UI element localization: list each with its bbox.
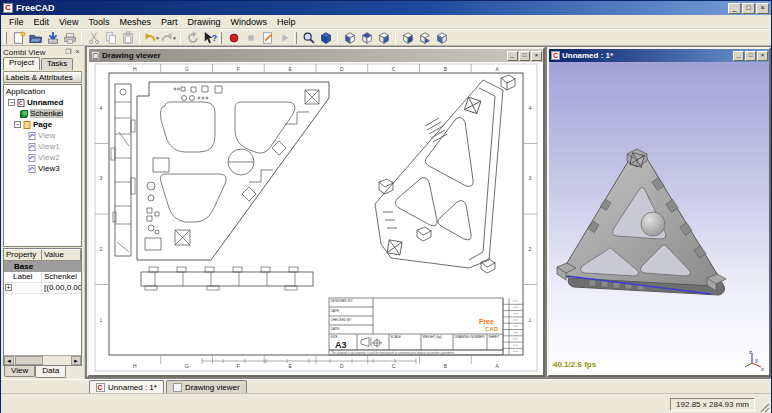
- top-view-button[interactable]: [358, 30, 375, 45]
- close-button[interactable]: ×: [756, 3, 769, 14]
- tab-tasks[interactable]: Tasks: [41, 58, 73, 70]
- svg-text:SCALE: SCALE: [391, 335, 401, 339]
- new-document-button[interactable]: [10, 30, 27, 45]
- fit-all-button[interactable]: [300, 30, 317, 45]
- child-close-button[interactable]: ×: [531, 51, 542, 61]
- svg-text:4: 4: [529, 105, 532, 111]
- whats-this-button[interactable]: ?: [201, 30, 218, 45]
- cut-button[interactable]: [85, 30, 102, 45]
- child-restore-button[interactable]: □: [519, 51, 530, 61]
- 3d-view-title: Unnamed : 1*: [562, 51, 732, 60]
- scroll-left-icon[interactable]: ◄: [4, 356, 14, 365]
- tree-item-view3[interactable]: View3: [4, 163, 81, 174]
- tree-item-page[interactable]: − Page: [4, 119, 81, 130]
- child-close-button[interactable]: ×: [757, 51, 768, 61]
- left-view-button[interactable]: [433, 30, 450, 45]
- resize-grip[interactable]: [758, 401, 770, 413]
- copy-button[interactable]: [102, 30, 119, 45]
- macro-record-icon: [227, 31, 241, 45]
- tab-project[interactable]: Project: [3, 57, 40, 70]
- toolbar-handle[interactable]: [219, 32, 222, 44]
- drawing-window-icon: [173, 383, 182, 392]
- child-restore-button[interactable]: □: [745, 51, 756, 61]
- axis-cross-icon: z y x: [742, 349, 766, 371]
- menu-tools[interactable]: Tools: [83, 17, 114, 27]
- refresh-button[interactable]: [184, 30, 201, 45]
- macro-play-button[interactable]: [276, 30, 293, 45]
- child-minimize-button[interactable]: _: [507, 51, 518, 61]
- menu-drawing[interactable]: Drawing: [182, 17, 225, 27]
- minimize-button[interactable]: _: [728, 3, 741, 14]
- macro-edit-button[interactable]: [259, 30, 276, 45]
- axonometric-view-button[interactable]: [317, 30, 334, 45]
- svg-text:z: z: [749, 349, 752, 355]
- dock-close-icon[interactable]: ×: [73, 48, 82, 56]
- property-row-label[interactable]: Label Schenkel: [4, 272, 81, 283]
- expand-icon[interactable]: +: [5, 284, 12, 291]
- save-document-button[interactable]: [44, 30, 61, 45]
- child-minimize-button[interactable]: _: [733, 51, 744, 61]
- view-icon: [28, 132, 36, 140]
- property-row-placement[interactable]: +Placement [(0.00,0.00: [4, 283, 81, 294]
- value-column-header[interactable]: Value: [42, 249, 81, 261]
- redo-button[interactable]: ▼: [160, 30, 177, 45]
- scroll-thumb[interactable]: [15, 356, 43, 365]
- tree-item-view[interactable]: View: [4, 130, 81, 141]
- macro-stop-button[interactable]: [242, 30, 259, 45]
- menu-windows[interactable]: Windows: [225, 17, 272, 27]
- bottom-view-button[interactable]: [416, 30, 433, 45]
- svg-text:DESIGNED BY:: DESIGNED BY:: [331, 299, 354, 303]
- toolbar-handle[interactable]: [4, 32, 7, 44]
- svg-text:y: y: [755, 357, 758, 363]
- view-icon: [28, 165, 36, 173]
- collapse-icon[interactable]: −: [8, 99, 15, 106]
- property-group-base[interactable]: Base: [4, 261, 81, 272]
- 3d-model-schenkel[interactable]: [549, 62, 769, 375]
- drawing-viewer-titlebar[interactable]: ▢ Drawing viewer _ □ ×: [89, 49, 543, 62]
- right-view-button[interactable]: [375, 30, 392, 45]
- window-tab-unnamed[interactable]: C Unnamed : 1*: [89, 380, 164, 393]
- svg-text:SHEET: SHEET: [489, 335, 500, 339]
- tree-item-application[interactable]: Application: [4, 86, 81, 97]
- paste-button[interactable]: [119, 30, 136, 45]
- menu-help[interactable]: Help: [272, 17, 301, 27]
- horizontal-scrollbar[interactable]: ◄ ►: [4, 355, 81, 365]
- 3d-viewport[interactable]: 40.1/2.6 fps z y x: [549, 62, 769, 375]
- menu-meshes[interactable]: Meshes: [114, 17, 156, 27]
- property-column-header[interactable]: Property: [4, 249, 42, 261]
- maximize-button[interactable]: □: [742, 3, 755, 14]
- svg-text:DATE:: DATE:: [331, 327, 340, 331]
- window-tab-drawing-viewer[interactable]: Drawing viewer: [166, 380, 247, 393]
- tree-item-view2[interactable]: View2: [4, 152, 81, 163]
- mesh-icon: [20, 110, 28, 118]
- front-view-icon: [343, 31, 357, 45]
- 3d-view-titlebar[interactable]: C Unnamed : 1* _ □ ×: [549, 49, 769, 62]
- tab-data[interactable]: Data: [35, 366, 66, 378]
- open-document-button[interactable]: [27, 30, 44, 45]
- collapse-icon[interactable]: −: [14, 121, 21, 128]
- drawing-sheet[interactable]: H G F E D C B A H G F: [89, 62, 543, 375]
- dock-float-icon[interactable]: ❐: [64, 48, 73, 56]
- undo-button[interactable]: ▼: [143, 30, 160, 45]
- freecad-doc-icon: C: [96, 383, 105, 392]
- tree-item-schenkel[interactable]: Schenkel: [4, 108, 81, 119]
- menu-file[interactable]: File: [4, 17, 29, 27]
- svg-text:H: H: [133, 66, 137, 72]
- sheet-size: A3: [335, 340, 347, 350]
- rear-view-button[interactable]: [399, 30, 416, 45]
- svg-text:?: ?: [211, 32, 216, 42]
- tree-item-view1[interactable]: View1: [4, 141, 81, 152]
- menu-edit[interactable]: Edit: [29, 17, 55, 27]
- print-button[interactable]: [61, 30, 78, 45]
- scroll-right-icon[interactable]: ►: [71, 356, 81, 365]
- toolbar-handle[interactable]: [294, 32, 297, 44]
- menu-view[interactable]: View: [54, 17, 83, 27]
- document-tree: Application − C Unnamed Schenkel −: [3, 84, 82, 247]
- macro-record-button[interactable]: [225, 30, 242, 45]
- tree-item-unnamed[interactable]: − C Unnamed: [4, 97, 81, 108]
- menu-part[interactable]: Part: [156, 17, 183, 27]
- front-view-button[interactable]: [341, 30, 358, 45]
- new-document-icon: [12, 31, 26, 45]
- svg-text:F: F: [237, 66, 240, 72]
- tab-view[interactable]: View: [4, 366, 35, 377]
